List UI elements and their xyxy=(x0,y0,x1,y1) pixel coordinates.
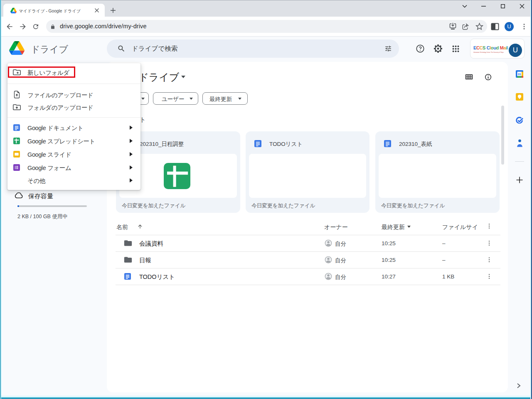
svg-text:31: 31 xyxy=(518,72,521,76)
